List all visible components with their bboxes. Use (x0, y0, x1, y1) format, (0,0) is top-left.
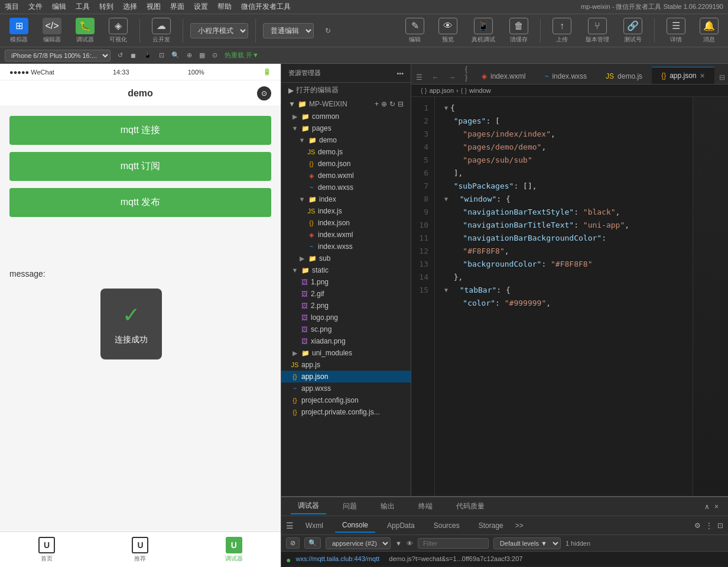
file-item-demo-wxml[interactable]: ◈ demo.wxml (281, 170, 411, 182)
debugger-tool[interactable]: 🐛 调试器 (71, 15, 99, 46)
menu-item-project[interactable]: 项目 (5, 2, 19, 12)
tab-index-wxss[interactable]: ~ index.wxss (535, 68, 596, 84)
file-item-project-config[interactable]: {} project.config.json (281, 394, 411, 406)
nav-circle-btn[interactable]: ⊙ (257, 86, 271, 101)
file-item-project-private[interactable]: {} project.private.config.js... (281, 406, 411, 418)
devtools-tab-console[interactable]: Console (335, 519, 375, 533)
expand-icon[interactable]: ∧ (704, 503, 710, 511)
layout-btn[interactable]: ▦ (199, 51, 205, 59)
file-item-index-wxml[interactable]: ◈ index.wxml (281, 229, 411, 241)
menu-item-select[interactable]: 选择 (123, 2, 137, 12)
version-tool[interactable]: ⑂ 版本管理 (581, 15, 614, 46)
clear-console-btn[interactable]: ⊘ (286, 537, 300, 549)
bottom-tab-debugger[interactable]: 调试器 (291, 498, 326, 514)
menu-item-interface[interactable]: 界面 (170, 2, 184, 12)
close-panel-icon[interactable]: × (714, 503, 719, 511)
add-file-icon[interactable]: + (375, 100, 379, 108)
file-panel-more[interactable]: ••• (396, 70, 404, 77)
cloud-tool[interactable]: ☁ 云开发 (147, 15, 176, 46)
file-item-2gif[interactable]: 🖼 2.gif (281, 288, 411, 300)
console-url[interactable]: wxs://mqtt.taila.club:443/mqtt (295, 555, 379, 562)
file-item-index-json[interactable]: {} index.json (281, 217, 411, 229)
notification-tool[interactable]: 🔔 消息 (695, 15, 723, 46)
tab-nav-left[interactable]: ☰ (411, 71, 427, 84)
file-item-demo-wxss[interactable]: ~ demo.wxss (281, 182, 411, 193)
refresh-icon[interactable]: ↻ (389, 100, 395, 108)
code-content[interactable]: ▼{ "pages": [ "pages/index/index", "page… (435, 97, 693, 496)
file-item-demo-json[interactable]: {} demo.json (281, 158, 411, 170)
tab-json-object[interactable]: { } (460, 64, 472, 84)
simulator-tool[interactable]: ⊞ 模拟器 (5, 15, 33, 46)
devtools-tab-wxml[interactable]: Wxml (298, 519, 330, 532)
mqtt-subscribe-btn[interactable]: mqtt 订阅 (9, 152, 271, 181)
file-item-static[interactable]: ▼ 📁 static (281, 264, 411, 276)
devtools-tab-sources[interactable]: Sources (427, 519, 467, 532)
bottom-tab-issues[interactable]: 问题 (336, 499, 364, 514)
file-item-sc[interactable]: 🖼 sc.png (281, 323, 411, 335)
refresh-device-btn[interactable]: ↺ (118, 51, 123, 59)
tab-nav-back[interactable]: ← (427, 71, 444, 84)
devtools-tab-storage[interactable]: Storage (472, 519, 511, 532)
close-tab-icon[interactable]: × (700, 71, 705, 80)
file-item-sub[interactable]: ▶ 📁 sub (281, 252, 411, 264)
menu-item-view[interactable]: 视图 (147, 2, 161, 12)
bottom-tab-quality[interactable]: 代码质量 (449, 499, 492, 514)
clear-cache-tool[interactable]: 🗑 清缓存 (505, 15, 533, 46)
dropdown-icon[interactable]: ▼ (395, 540, 402, 547)
file-item-common[interactable]: ▶ 📁 common (281, 111, 411, 122)
opened-editors-section[interactable]: ▶ 打开的编辑器 (281, 83, 411, 98)
stop-btn[interactable]: ⏹ (130, 52, 136, 59)
collapse-icon[interactable]: ⊟ (398, 100, 404, 108)
upload-tool[interactable]: ↑ 上传 (548, 15, 576, 46)
file-item-1png[interactable]: 🖼 1.png (281, 276, 411, 288)
more-btn[interactable]: ⊙ (212, 51, 217, 59)
mqtt-publish-btn[interactable]: mqtt 发布 (9, 188, 271, 217)
tab-debug[interactable]: U 调试器 (187, 534, 281, 565)
settings-icon[interactable]: ⚙ (694, 521, 701, 530)
level-select[interactable]: Default levels ▼ (493, 537, 561, 549)
filter-input[interactable] (418, 538, 489, 549)
source-btn[interactable]: ⊕ (187, 51, 192, 59)
service-select[interactable]: appservice (#2) (326, 537, 391, 549)
file-item-demo-js[interactable]: JS demo.js (281, 146, 411, 158)
menu-item-tools[interactable]: 工具 (76, 2, 90, 12)
file-item-xiadan[interactable]: 🖼 xiadan.png (281, 335, 411, 347)
file-item-appjs[interactable]: JS app.js (281, 359, 411, 371)
file-item-pages[interactable]: ▼ 📁 pages (281, 122, 411, 134)
file-item-2png[interactable]: 🖼 2.png (281, 300, 411, 312)
bottom-tab-terminal[interactable]: 终端 (411, 499, 440, 514)
fullscreen-btn[interactable]: ⊡ (159, 51, 164, 59)
menu-item-file[interactable]: 文件 (28, 2, 43, 12)
detach-icon[interactable]: ⊡ (717, 521, 723, 530)
editor-tool[interactable]: </> 编辑器 (38, 15, 66, 46)
mqtt-connect-btn[interactable]: mqtt 连接 (9, 116, 271, 145)
eye-icon[interactable]: 👁 (407, 540, 413, 547)
file-item-logo[interactable]: 🖼 logo.png (281, 312, 411, 323)
menu-item-help[interactable]: 帮助 (217, 2, 232, 12)
hot-reload[interactable]: 热重载 开▼ (225, 51, 259, 60)
more-tabs-icon[interactable]: >> (515, 521, 524, 530)
tab-demo-js[interactable]: JS demo.js (596, 68, 652, 84)
devtools-more-icon[interactable]: ⋮ (706, 521, 713, 530)
file-item-uni-modules[interactable]: ▶ 📁 uni_modules (281, 347, 411, 359)
file-item-appjson[interactable]: {} app.json (281, 371, 411, 383)
menu-item-edit[interactable]: 编辑 (52, 2, 66, 12)
menu-item-weixin[interactable]: 微信开发者工具 (241, 2, 291, 12)
filter-toggle[interactable]: 🔍 (304, 537, 321, 549)
mode-select[interactable]: 小程序模式 插件模式 (190, 23, 248, 38)
menu-item-settings[interactable]: 设置 (194, 2, 208, 12)
tab-app-json[interactable]: {} app.json × (652, 67, 714, 84)
tab-recommend[interactable]: U 推荐 (93, 534, 187, 565)
menu-item-goto[interactable]: 转到 (99, 2, 113, 12)
compile-mode-select[interactable]: 普通编辑 (263, 23, 314, 38)
visual-tool[interactable]: ◈ 可视化 (104, 15, 132, 46)
tab-home[interactable]: U 首页 (0, 534, 93, 565)
add-folder-icon[interactable]: ⊕ (381, 100, 387, 108)
tab-nav-forward[interactable]: → (444, 71, 460, 84)
detail-tool[interactable]: ☰ 详情 (662, 15, 690, 46)
file-item-index-folder[interactable]: ▼ 📁 index (281, 193, 411, 205)
real-machine-tool[interactable]: 📱 真机调试 (467, 15, 500, 46)
bottom-tab-output[interactable]: 输出 (373, 499, 402, 514)
devtools-menu-icon[interactable]: ☰ (286, 521, 294, 530)
file-item-index-wxss[interactable]: ~ index.wxss (281, 241, 411, 252)
